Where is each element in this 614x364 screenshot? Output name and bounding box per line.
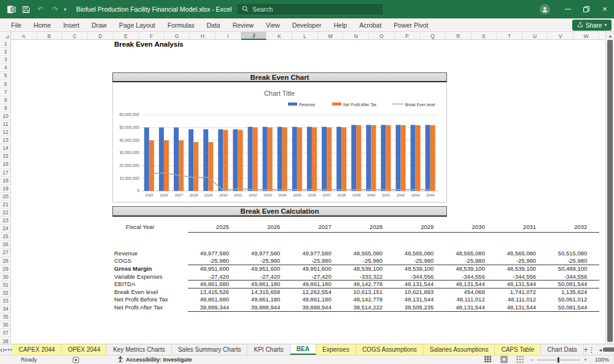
scroll-up-arrow-icon[interactable]: ▲ [606,32,614,39]
calc-cell[interactable]: 2025 [176,223,229,231]
column-header-M[interactable]: M [318,32,344,40]
excel-app-icon[interactable] [5,3,17,15]
sheet-tab-salaries-assumptions[interactable]: Salaries Assumptions [424,344,495,355]
calc-cell[interactable]: 49,977,580 [279,250,332,258]
row-header-37[interactable]: 37 [0,329,11,337]
zoom-slider-thumb[interactable] [558,357,559,363]
column-header-J[interactable]: J [241,32,267,40]
calc-cell[interactable]: 48,565,080 [483,250,536,258]
ribbon-tab-help[interactable]: Help [328,18,354,32]
share-button[interactable]: Share ▾ [572,20,612,31]
calc-cell[interactable]: 48,565,080 [330,250,383,258]
row-header-35[interactable]: 35 [0,313,11,321]
ribbon-tab-insert[interactable]: Insert [57,18,85,32]
column-header-V[interactable]: V [548,32,573,40]
sheet-options-icon[interactable]: ⋮ [588,344,596,355]
row-header-6[interactable]: 6 [0,80,11,88]
calc-cell[interactable]: 454,068 [432,288,485,296]
ribbon-tab-formulas[interactable]: Formulas [161,18,201,32]
calc-cell[interactable]: 49,951,600 [176,265,229,273]
calc-cell[interactable]: 48,539,100 [381,265,433,273]
close-button[interactable]: × [596,0,614,18]
sheet-tab-key-metrics-charts[interactable]: Key Metrics Charts [107,344,171,355]
row-header-30[interactable]: 30 [0,273,11,281]
save-button[interactable] [20,3,32,15]
row-header-4[interactable]: 4 [0,64,11,72]
calc-cell[interactable]: 2031 [483,223,536,231]
user-avatar[interactable] [540,4,550,15]
ribbon-tab-page-layout[interactable]: Page Layout [113,18,161,32]
row-header-11[interactable]: 11 [0,120,11,128]
column-header-L[interactable]: L [292,32,318,40]
row-header-12[interactable]: 12 [0,128,11,136]
row-header-18[interactable]: 18 [0,177,11,185]
ribbon-tab-home[interactable]: Home [28,18,57,32]
row-header-25[interactable]: 25 [0,233,11,241]
search-box[interactable]: Search [236,3,384,15]
calc-cell[interactable]: 50,489,100 [534,265,587,273]
row-header-16[interactable]: 16 [0,160,11,168]
sheet-tab-expenses[interactable]: Expenses [316,344,356,355]
calc-cell[interactable]: 48,539,100 [330,265,383,273]
minimize-button[interactable] [559,0,577,18]
vertical-scrollbar[interactable]: ▲ [605,32,614,344]
row-header-36[interactable]: 36 [0,321,11,329]
calc-cell[interactable]: 13,415,526 [176,288,229,296]
column-header-R[interactable]: R [446,32,472,40]
calc-cell[interactable]: 1,135,624 [534,288,587,296]
horizontal-scrollbar[interactable]: ◂ ▸ [599,344,614,355]
calc-cell[interactable]: 49,951,600 [227,265,280,273]
calc-cell[interactable]: 49,977,580 [176,250,229,258]
calc-cell[interactable]: 10,613,151 [330,288,383,296]
calc-cell[interactable]: 50,515,080 [534,250,587,258]
column-header-S[interactable]: S [472,32,497,40]
column-header-P[interactable]: P [395,32,421,40]
column-header-Q[interactable]: Q [420,32,446,40]
sheet-tab-bea[interactable]: BEA [290,344,316,355]
row-header-22[interactable]: 22 [0,209,11,217]
ribbon-tab-draw[interactable]: Draw [85,18,113,32]
calc-cell[interactable]: 48,565,080 [432,250,485,258]
page-layout-view-icon[interactable] [500,356,508,364]
sheet-nav-more-icon[interactable]: ••• [5,344,12,355]
calc-cell[interactable]: 2029 [381,223,433,231]
vertical-scrollbar-thumb[interactable] [607,40,613,342]
column-header-G[interactable]: G [165,32,190,40]
column-header-I[interactable]: I [216,32,241,40]
ribbon-tab-view[interactable]: View [260,18,286,32]
calc-cell[interactable]: 49,861,180 [279,296,332,304]
row-header-8[interactable]: 8 [0,96,11,104]
ribbon-tab-developer[interactable]: Developer [286,18,328,32]
calc-cell[interactable]: 48,111,012 [483,296,536,304]
row-header-31[interactable]: 31 [0,281,11,289]
redo-button[interactable]: ↷ [49,3,61,15]
column-header-H[interactable]: H [190,32,216,40]
calc-cell[interactable]: 49,861,180 [227,296,280,304]
column-header-K[interactable]: K [266,32,292,40]
column-header-F[interactable]: F [139,32,165,40]
row-header-19[interactable]: 19 [0,185,11,193]
row-header-33[interactable]: 33 [0,297,11,305]
row-header-38[interactable]: 38 [0,337,11,344]
column-header-E[interactable]: E [114,32,139,40]
row-header-32[interactable]: 32 [0,289,11,297]
calc-cell[interactable]: 48,565,080 [381,250,433,258]
sheet-tab-chart-data[interactable]: Chart Data [541,344,583,355]
row-header-21[interactable]: 21 [0,201,11,209]
ribbon-tab-acrobat[interactable]: Acrobat [353,18,387,32]
row-header-17[interactable]: 17 [0,169,11,177]
horizontal-scrollbar-thumb[interactable] [603,347,614,352]
row-header-5[interactable]: 5 [0,72,11,80]
row-header-20[interactable]: 20 [0,193,11,201]
calc-cell[interactable]: 48,142,778 [330,296,383,304]
column-header-W[interactable]: W [573,32,599,40]
page-break-preview-icon[interactable] [516,356,524,364]
column-header-U[interactable]: U [523,32,548,40]
undo-button[interactable]: ↶ [34,3,47,15]
row-header-34[interactable]: 34 [0,305,11,313]
calc-cell[interactable]: 50,061,012 [534,296,587,304]
calc-cell[interactable]: 49,951,600 [279,265,332,273]
calc-cell[interactable]: 2028 [330,223,383,231]
accessibility-status[interactable]: Accessibility: Investigate [117,356,192,364]
ribbon-tab-power-pivot[interactable]: Power Pivot [387,18,434,32]
